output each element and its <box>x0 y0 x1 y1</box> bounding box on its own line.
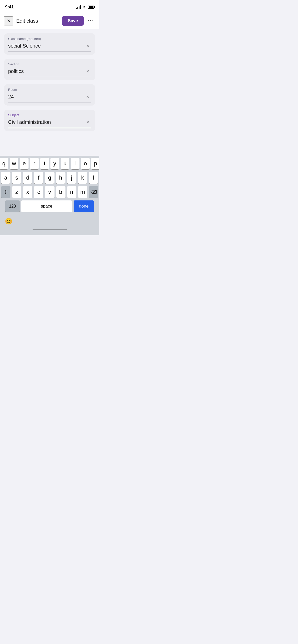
key-m[interactable]: m <box>78 186 87 198</box>
key-v[interactable]: v <box>45 186 54 198</box>
key-u[interactable]: u <box>61 158 69 169</box>
class-name-row: social Science ✕ <box>8 42 91 52</box>
key-r[interactable]: r <box>30 158 39 169</box>
close-icon: ✕ <box>7 18 11 24</box>
key-p[interactable]: p <box>91 158 99 169</box>
class-name-value: social Science <box>8 43 84 49</box>
key-c[interactable]: c <box>34 186 43 198</box>
clear-icon: ✕ <box>86 120 89 125</box>
room-clear-button[interactable]: ✕ <box>84 93 91 100</box>
home-indicator <box>1 227 98 235</box>
key-d[interactable]: d <box>23 172 32 184</box>
more-icon: ··· <box>88 18 93 24</box>
done-label: done <box>79 204 89 209</box>
nav-right: Save ··· <box>62 16 95 26</box>
key-f[interactable]: f <box>34 172 43 184</box>
key-t[interactable]: t <box>40 158 49 169</box>
subject-clear-button[interactable]: ✕ <box>84 119 91 126</box>
subject-field[interactable]: Subject Civil administration ✕ <box>4 110 95 131</box>
class-name-label: Class name (required) <box>8 37 91 41</box>
key-a[interactable]: a <box>1 172 10 184</box>
key-k[interactable]: k <box>78 172 87 184</box>
subject-label: Subject <box>8 113 91 117</box>
keyboard-row-2: a s d f g h j k l <box>1 172 98 184</box>
keyboard-row-3: ⇧ z x c v b n m ⌫ <box>1 186 98 198</box>
nav-left: ✕ Edit class <box>4 16 38 25</box>
section-label: Section <box>8 62 91 66</box>
backspace-icon: ⌫ <box>90 189 97 195</box>
shift-icon: ⇧ <box>4 189 8 195</box>
key-h[interactable]: h <box>56 172 65 184</box>
subject-row: Civil administration ✕ <box>8 119 91 128</box>
status-time: 9:41 <box>5 5 14 10</box>
done-key[interactable]: done <box>74 200 94 212</box>
keyboard-row-4: 123 space done <box>1 200 98 212</box>
status-icons <box>76 5 94 9</box>
room-label: Room <box>8 88 91 92</box>
emoji-button[interactable]: 😊 <box>4 217 13 226</box>
nav-bar: ✕ Edit class Save ··· <box>0 13 99 29</box>
subject-value: Civil administration <box>8 119 84 125</box>
num-label: 123 <box>9 204 16 209</box>
key-x[interactable]: x <box>23 186 32 198</box>
key-n[interactable]: n <box>67 186 76 198</box>
keyboard-bottom-row: 😊 <box>1 215 98 227</box>
key-z[interactable]: z <box>12 186 21 198</box>
status-bar: 9:41 <box>0 0 99 13</box>
clear-icon: ✕ <box>86 43 89 48</box>
key-w[interactable]: w <box>10 158 18 169</box>
battery-icon <box>88 6 94 9</box>
key-l[interactable]: l <box>89 172 98 184</box>
page-title: Edit class <box>16 18 38 24</box>
section-field[interactable]: Section politics ✕ <box>4 59 95 80</box>
section-clear-button[interactable]: ✕ <box>84 68 91 75</box>
room-field[interactable]: Room 24 ✕ <box>4 84 95 106</box>
close-button[interactable]: ✕ <box>4 16 13 25</box>
wifi-icon <box>82 6 86 9</box>
clear-icon: ✕ <box>86 69 89 74</box>
key-y[interactable]: y <box>50 158 59 169</box>
key-q[interactable]: q <box>0 158 8 169</box>
key-b[interactable]: b <box>56 186 65 198</box>
keyboard: q w e r t y u i o p a s d f g h j k l ⇧ … <box>0 156 99 235</box>
key-s[interactable]: s <box>12 172 21 184</box>
class-name-clear-button[interactable]: ✕ <box>84 42 91 49</box>
space-key[interactable]: space <box>21 200 72 212</box>
room-value: 24 <box>8 94 84 100</box>
keyboard-row-1: q w e r t y u i o p <box>1 158 98 169</box>
signal-icon <box>76 5 81 9</box>
space-label: space <box>41 204 52 209</box>
key-g[interactable]: g <box>45 172 54 184</box>
save-button[interactable]: Save <box>62 16 84 26</box>
empty-space <box>0 135 99 156</box>
emoji-icon: 😊 <box>5 218 12 225</box>
backspace-key[interactable]: ⌫ <box>89 186 98 198</box>
key-i[interactable]: i <box>71 158 79 169</box>
key-j[interactable]: j <box>67 172 76 184</box>
more-button[interactable]: ··· <box>86 16 95 25</box>
class-name-field[interactable]: Class name (required) social Science ✕ <box>4 33 95 55</box>
shift-key[interactable]: ⇧ <box>1 186 10 198</box>
clear-icon: ✕ <box>86 94 89 99</box>
room-row: 24 ✕ <box>8 93 91 103</box>
num-key[interactable]: 123 <box>5 200 20 212</box>
home-bar <box>33 229 67 230</box>
form-area: Class name (required) social Science ✕ S… <box>0 29 99 131</box>
key-o[interactable]: o <box>81 158 90 169</box>
section-row: politics ✕ <box>8 68 91 77</box>
key-e[interactable]: e <box>20 158 29 169</box>
section-value: politics <box>8 68 84 74</box>
